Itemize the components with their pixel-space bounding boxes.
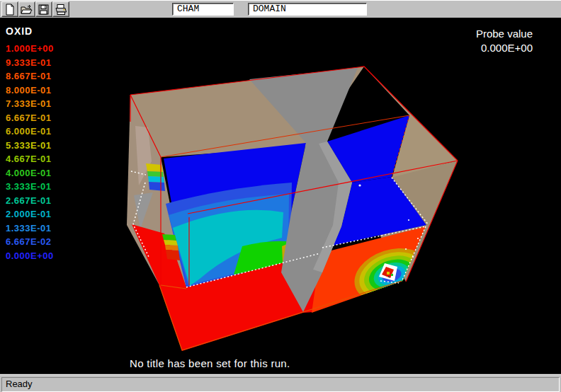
status-bar: Ready [0,374,561,392]
run-title-message: No title has been set for this run. [130,357,290,369]
legend-value: 4.667E-01 [6,152,54,166]
object-name-field[interactable]: DOMAIN [248,3,367,16]
application-window: CHAM DOMAIN [0,0,561,392]
legend-value: 1.000E+00 [6,42,54,56]
legend-value: 0.000E+00 [6,249,54,263]
status-message: Ready [1,377,560,392]
legend-value: 4.000E-01 [6,166,54,180]
print-button[interactable] [52,1,69,17]
variable-name: OXID [6,25,54,37]
print-icon [55,4,67,16]
toolbar: CHAM DOMAIN [0,0,561,18]
new-file-icon [4,4,16,16]
open-file-icon [21,4,33,16]
new-file-button[interactable] [1,1,18,17]
probe-label: Probe value [459,27,533,41]
legend-value: 9.333E-01 [6,56,54,70]
save-file-icon [38,4,50,16]
legend-value: 5.333E-01 [6,139,54,153]
legend-value: 2.667E-01 [6,194,54,208]
save-file-button[interactable] [35,1,52,17]
scene-3d-render [0,18,561,374]
legend-panel: OXID 1.000E+00 9.333E-01 8.667E-01 8.000… [6,25,54,263]
open-file-button[interactable] [18,1,35,17]
viewport-3d[interactable]: OXID 1.000E+00 9.333E-01 8.667E-01 8.000… [0,18,561,374]
probe-value: 0.000E+00 [459,41,533,55]
legend-value: 2.000E-01 [6,207,54,221]
legend-value: 8.000E-01 [6,83,54,98]
legend-value: 6.667E-02 [6,235,54,249]
legend-value: 6.000E-01 [6,125,54,139]
legend-value: 7.333E-01 [6,97,54,111]
legend-value: 1.333E-01 [6,221,54,236]
probe-readout: Probe value 0.000E+00 [459,27,533,55]
legend-value: 3.333E-01 [6,180,54,194]
legend-value: 6.667E-01 [6,111,54,125]
case-name-field[interactable]: CHAM [172,3,234,16]
legend-value: 8.667E-01 [6,69,54,83]
